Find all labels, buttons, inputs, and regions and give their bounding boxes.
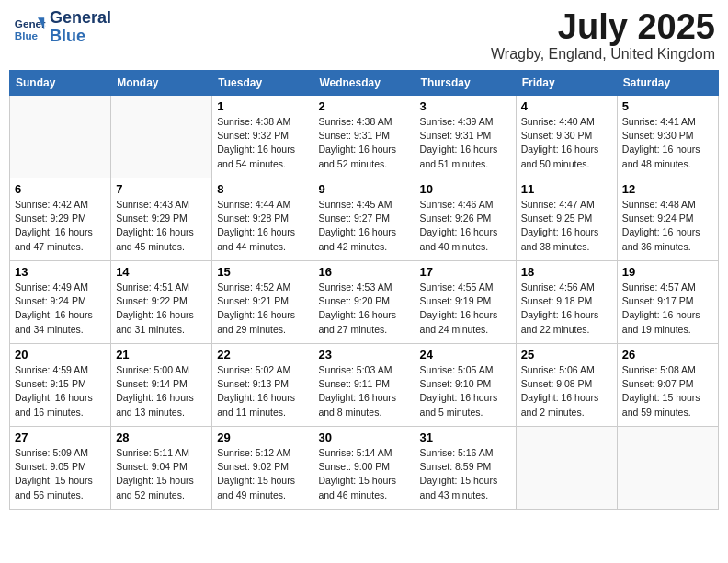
calendar-cell: 22Sunrise: 5:02 AM Sunset: 9:13 PM Dayli… — [212, 344, 313, 427]
calendar-cell: 11Sunrise: 4:47 AM Sunset: 9:25 PM Dayli… — [516, 178, 617, 261]
calendar-cell: 26Sunrise: 5:08 AM Sunset: 9:07 PM Dayli… — [617, 344, 718, 427]
weekday-header-wednesday: Wednesday — [313, 71, 415, 96]
day-info: Sunrise: 4:47 AM Sunset: 9:25 PM Dayligh… — [521, 198, 612, 254]
day-info: Sunrise: 5:09 AM Sunset: 9:05 PM Dayligh… — [15, 446, 106, 502]
day-number: 8 — [217, 182, 308, 196]
calendar-table: SundayMondayTuesdayWednesdayThursdayFrid… — [9, 70, 719, 510]
day-info: Sunrise: 4:42 AM Sunset: 9:29 PM Dayligh… — [15, 198, 106, 254]
weekday-header-monday: Monday — [111, 71, 212, 96]
day-info: Sunrise: 5:12 AM Sunset: 9:02 PM Dayligh… — [217, 446, 308, 502]
day-number: 4 — [521, 99, 612, 113]
day-number: 15 — [217, 265, 308, 279]
weekday-header-tuesday: Tuesday — [212, 71, 313, 96]
day-number: 14 — [116, 265, 207, 279]
logo-line1: General — [50, 9, 111, 28]
svg-text:Blue: Blue — [15, 29, 39, 40]
day-info: Sunrise: 4:43 AM Sunset: 9:29 PM Dayligh… — [116, 198, 207, 254]
day-number: 2 — [318, 99, 409, 113]
calendar-cell: 19Sunrise: 4:57 AM Sunset: 9:17 PM Dayli… — [617, 261, 718, 344]
day-info: Sunrise: 4:59 AM Sunset: 9:15 PM Dayligh… — [15, 363, 106, 419]
calendar-cell: 21Sunrise: 5:00 AM Sunset: 9:14 PM Dayli… — [111, 344, 212, 427]
calendar-cell: 7Sunrise: 4:43 AM Sunset: 9:29 PM Daylig… — [111, 178, 212, 261]
calendar-cell: 14Sunrise: 4:51 AM Sunset: 9:22 PM Dayli… — [111, 261, 212, 344]
calendar-cell — [111, 96, 212, 178]
day-info: Sunrise: 4:53 AM Sunset: 9:20 PM Dayligh… — [318, 281, 409, 337]
calendar-cell: 3Sunrise: 4:39 AM Sunset: 9:31 PM Daylig… — [415, 96, 516, 178]
calendar-cell: 12Sunrise: 4:48 AM Sunset: 9:24 PM Dayli… — [617, 178, 718, 261]
day-info: Sunrise: 5:02 AM Sunset: 9:13 PM Dayligh… — [217, 363, 308, 419]
day-number: 1 — [217, 99, 308, 113]
calendar-cell — [617, 427, 718, 510]
day-number: 7 — [116, 182, 207, 196]
day-info: Sunrise: 4:57 AM Sunset: 9:17 PM Dayligh… — [622, 281, 713, 337]
calendar-cell: 25Sunrise: 5:06 AM Sunset: 9:08 PM Dayli… — [516, 344, 617, 427]
calendar-week-row: 13Sunrise: 4:49 AM Sunset: 9:24 PM Dayli… — [10, 261, 719, 344]
calendar-cell: 6Sunrise: 4:42 AM Sunset: 9:29 PM Daylig… — [10, 178, 111, 261]
weekday-header-sunday: Sunday — [10, 71, 111, 96]
calendar-cell: 27Sunrise: 5:09 AM Sunset: 9:05 PM Dayli… — [10, 427, 111, 510]
day-number: 20 — [15, 348, 106, 362]
day-info: Sunrise: 4:38 AM Sunset: 9:32 PM Dayligh… — [217, 115, 308, 171]
day-number: 13 — [15, 265, 106, 279]
calendar-cell: 16Sunrise: 4:53 AM Sunset: 9:20 PM Dayli… — [313, 261, 415, 344]
weekday-header-row: SundayMondayTuesdayWednesdayThursdayFrid… — [10, 71, 719, 96]
day-info: Sunrise: 4:40 AM Sunset: 9:30 PM Dayligh… — [521, 115, 612, 171]
calendar-cell: 31Sunrise: 5:16 AM Sunset: 8:59 PM Dayli… — [415, 427, 516, 510]
calendar-cell: 29Sunrise: 5:12 AM Sunset: 9:02 PM Dayli… — [212, 427, 313, 510]
day-info: Sunrise: 5:03 AM Sunset: 9:11 PM Dayligh… — [318, 363, 409, 419]
day-info: Sunrise: 5:16 AM Sunset: 8:59 PM Dayligh… — [420, 446, 511, 502]
day-number: 12 — [622, 182, 713, 196]
calendar-cell — [10, 96, 111, 178]
calendar-week-row: 6Sunrise: 4:42 AM Sunset: 9:29 PM Daylig… — [10, 178, 719, 261]
logo: General Blue General Blue — [13, 9, 111, 46]
day-info: Sunrise: 5:14 AM Sunset: 9:00 PM Dayligh… — [318, 446, 409, 502]
logo-line2: Blue — [50, 28, 111, 46]
calendar-cell: 24Sunrise: 5:05 AM Sunset: 9:10 PM Dayli… — [415, 344, 516, 427]
weekday-header-saturday: Saturday — [617, 71, 718, 96]
calendar-cell: 20Sunrise: 4:59 AM Sunset: 9:15 PM Dayli… — [10, 344, 111, 427]
calendar-cell: 9Sunrise: 4:45 AM Sunset: 9:27 PM Daylig… — [313, 178, 415, 261]
day-number: 6 — [15, 182, 106, 196]
day-info: Sunrise: 4:56 AM Sunset: 9:18 PM Dayligh… — [521, 281, 612, 337]
day-number: 29 — [217, 431, 308, 444]
day-number: 3 — [420, 99, 511, 113]
day-number: 24 — [420, 348, 511, 362]
day-info: Sunrise: 5:00 AM Sunset: 9:14 PM Dayligh… — [116, 363, 207, 419]
day-number: 25 — [521, 348, 612, 362]
title-block: July 2025 Wragby, England, United Kingdo… — [491, 9, 715, 63]
calendar-cell: 5Sunrise: 4:41 AM Sunset: 9:30 PM Daylig… — [617, 96, 718, 178]
day-info: Sunrise: 5:11 AM Sunset: 9:04 PM Dayligh… — [116, 446, 207, 502]
calendar-cell: 2Sunrise: 4:38 AM Sunset: 9:31 PM Daylig… — [313, 96, 415, 178]
weekday-header-friday: Friday — [516, 71, 617, 96]
weekday-header-thursday: Thursday — [415, 71, 516, 96]
day-info: Sunrise: 4:46 AM Sunset: 9:26 PM Dayligh… — [420, 198, 511, 254]
day-number: 23 — [318, 348, 409, 362]
calendar-cell: 4Sunrise: 4:40 AM Sunset: 9:30 PM Daylig… — [516, 96, 617, 178]
calendar-week-row: 20Sunrise: 4:59 AM Sunset: 9:15 PM Dayli… — [10, 344, 719, 427]
day-info: Sunrise: 4:44 AM Sunset: 9:28 PM Dayligh… — [217, 198, 308, 254]
day-number: 27 — [15, 431, 106, 444]
location-text: Wragby, England, United Kingdom — [491, 46, 715, 63]
day-number: 9 — [318, 182, 409, 196]
day-info: Sunrise: 4:38 AM Sunset: 9:31 PM Dayligh… — [318, 115, 409, 171]
month-title: July 2025 — [491, 9, 715, 44]
calendar-cell: 8Sunrise: 4:44 AM Sunset: 9:28 PM Daylig… — [212, 178, 313, 261]
day-number: 26 — [622, 348, 713, 362]
calendar-cell: 30Sunrise: 5:14 AM Sunset: 9:00 PM Dayli… — [313, 427, 415, 510]
calendar-cell: 1Sunrise: 4:38 AM Sunset: 9:32 PM Daylig… — [212, 96, 313, 178]
day-number: 21 — [116, 348, 207, 362]
day-number: 19 — [622, 265, 713, 279]
day-info: Sunrise: 5:05 AM Sunset: 9:10 PM Dayligh… — [420, 363, 511, 419]
logo-text: General Blue — [50, 9, 111, 46]
day-number: 5 — [622, 99, 713, 113]
calendar-cell: 28Sunrise: 5:11 AM Sunset: 9:04 PM Dayli… — [111, 427, 212, 510]
day-number: 11 — [521, 182, 612, 196]
calendar-week-row: 27Sunrise: 5:09 AM Sunset: 9:05 PM Dayli… — [10, 427, 719, 510]
day-number: 22 — [217, 348, 308, 362]
calendar-cell: 15Sunrise: 4:52 AM Sunset: 9:21 PM Dayli… — [212, 261, 313, 344]
day-number: 31 — [420, 431, 511, 444]
day-number: 17 — [420, 265, 511, 279]
day-number: 16 — [318, 265, 409, 279]
calendar-cell: 23Sunrise: 5:03 AM Sunset: 9:11 PM Dayli… — [313, 344, 415, 427]
day-info: Sunrise: 4:41 AM Sunset: 9:30 PM Dayligh… — [622, 115, 713, 171]
